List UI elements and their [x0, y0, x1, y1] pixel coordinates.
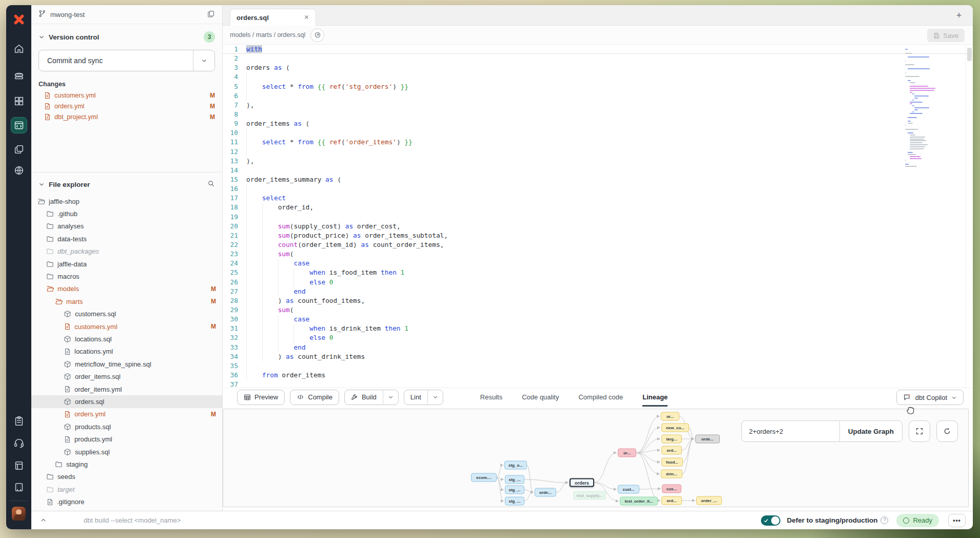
tree-item-orders.sql[interactable]: orders.sql [31, 395, 222, 408]
code-line-13[interactable]: 13), [223, 157, 973, 166]
org-icon[interactable] [6, 480, 31, 494]
lineage-filter-input[interactable]: 2+orders+2 [742, 421, 839, 441]
code-line-30[interactable]: 30 case [223, 315, 973, 324]
tree-item-customers.yml[interactable]: customers.ymlM [31, 320, 222, 333]
new-tab-button[interactable]: + [953, 10, 965, 21]
code-line-35[interactable]: 35 [223, 361, 973, 371]
tree-item-customers.sql[interactable]: customers.sql [31, 308, 222, 320]
more-options-button[interactable]: ••• [948, 514, 966, 527]
lineage-node-cuspink[interactable]: cus... [662, 485, 681, 493]
build-button[interactable]: Build [344, 390, 399, 405]
tree-item-models[interactable]: modelsM [31, 283, 222, 295]
code-line-37[interactable]: 37 [223, 380, 973, 388]
lineage-node-ordery3[interactable]: order_... [696, 496, 722, 505]
tree-item-seeds[interactable]: seeds [31, 471, 222, 483]
code-line-33[interactable]: 33 end [223, 343, 973, 352]
lineage-node-ecom[interactable]: ecom.... [471, 473, 497, 482]
changed-file-dbt_project.yml[interactable]: dbt_project.ymlM [31, 111, 222, 122]
code-line-15[interactable]: 15order_items_summary as ( [223, 175, 973, 184]
close-icon[interactable] [304, 14, 309, 22]
fullscreen-button[interactable] [909, 420, 930, 442]
docs-icon[interactable] [6, 458, 31, 473]
lineage-node-stg4[interactable]: stg_... [505, 497, 524, 506]
tree-item-orders.yml[interactable]: orders.ymlM [31, 408, 222, 420]
tree-item-order_items.yml[interactable]: order_items.yml [31, 383, 222, 395]
lineage-node-stg3[interactable]: stg_... [505, 486, 524, 494]
tree-item-data-tests[interactable]: data-tests [31, 233, 222, 245]
tree-item-jaffle-shop[interactable]: jaffle-shop [31, 195, 222, 207]
code-line-31[interactable]: 31 when is_drink_item then 1 [223, 324, 973, 333]
lineage-node-larg[interactable]: larg... [661, 435, 682, 444]
lineage-node-cust[interactable]: cust... [618, 485, 639, 494]
code-line-29[interactable]: 29 sum( [223, 305, 973, 315]
lineage-node-ordegray[interactable]: orde... [695, 435, 720, 444]
stack-icon[interactable] [6, 69, 31, 83]
changed-file-orders.yml[interactable]: orders.ymlM [31, 101, 222, 111]
command-input[interactable]: dbt build --select <model_name> [84, 516, 761, 524]
home-icon[interactable] [6, 42, 31, 56]
tree-item-.gitignore[interactable]: .gitignore [31, 495, 222, 508]
code-line-7[interactable]: 7), [223, 101, 973, 110]
tree-item-marts[interactable]: martsM [31, 295, 222, 308]
copy-branch-icon[interactable] [207, 10, 215, 20]
tab-compiled-code[interactable]: Compiled code [578, 388, 623, 407]
lineage-node-stg1[interactable]: stg_o... [504, 461, 527, 470]
code-line-18[interactable]: 18 order_id, [223, 203, 973, 212]
tree-item-macros[interactable]: macros [31, 270, 222, 282]
expand-console-button[interactable] [31, 517, 55, 524]
dbt-logo[interactable] [6, 12, 31, 27]
code-line-2[interactable]: 2 [223, 54, 973, 63]
tree-item-supplies.sql[interactable]: supplies.sql [31, 446, 222, 458]
tree-item-locations.yml[interactable]: locations.yml [31, 345, 222, 358]
compile-button[interactable]: Compile [290, 390, 339, 405]
clipboard-icon[interactable] [6, 414, 31, 428]
code-line-20[interactable]: 20 sum(supply_cost) as order_cost, [223, 222, 973, 231]
tab-results[interactable]: Results [480, 388, 502, 407]
file-explorer-header[interactable]: File explorer [31, 172, 222, 193]
lineage-node-newcu[interactable]: new_cu... [661, 424, 689, 432]
tree-item-locations.sql[interactable]: locations.sql [31, 333, 222, 345]
code-line-34[interactable]: 34 ) as count_drink_items [223, 352, 973, 361]
code-line-26[interactable]: 26 else 0 [223, 278, 973, 287]
lineage-node-ordeb[interactable]: orde... [535, 488, 556, 497]
changed-file-customers.yml[interactable]: customers.ymlM [31, 90, 222, 101]
code-line-19[interactable]: 19 [223, 213, 973, 222]
code-line-17[interactable]: 17 select [223, 194, 973, 203]
code-line-32[interactable]: 32 else 0 [223, 333, 973, 342]
tree-item-staging[interactable]: staging [31, 458, 222, 470]
code-line-16[interactable]: 16 [223, 184, 973, 194]
refresh-button[interactable] [936, 420, 958, 442]
headset-icon[interactable] [6, 436, 31, 450]
code-line-23[interactable]: 23 sum( [223, 249, 973, 259]
code-line-21[interactable]: 21 sum(product_price) as order_items_sub… [223, 231, 973, 240]
lineage-canvas[interactable]: 2+orders+2 Update Graph ecom....stg_o...… [223, 409, 969, 507]
lineage-node-orders[interactable]: orders [570, 478, 594, 487]
code-line-8[interactable]: 8 [223, 110, 973, 119]
tree-item-order_items.sql[interactable]: order_items.sql [31, 370, 222, 382]
tab-lineage[interactable]: Lineage [642, 388, 668, 407]
tab-orders-sql[interactable]: orders.sql [230, 9, 316, 26]
lineage-node-testorder[interactable]: test_order_it... [620, 497, 658, 506]
code-line-22[interactable]: 22 count(order_item_id) as count_order_i… [223, 240, 973, 249]
code-line-9[interactable]: 9order_items as ( [223, 119, 973, 128]
code-line-24[interactable]: 24 case [223, 259, 973, 268]
lineage-node-stg2[interactable]: stg_... [505, 475, 524, 484]
dbt-copilot-button[interactable]: dbt Copilot [896, 390, 964, 405]
code-line-11[interactable]: 11 select * from {{ ref('order_items') }… [223, 138, 973, 147]
tree-item-products.sql[interactable]: products.sql [31, 420, 222, 433]
lineage-node-drin[interactable]: drin... [661, 470, 682, 478]
tree-item-jaffle-data[interactable]: jaffle-data [31, 258, 222, 270]
preview-button[interactable]: Preview [237, 390, 285, 405]
version-control-header[interactable]: Version control 3 [31, 24, 222, 47]
branch-name[interactable]: mwong-test [50, 11, 85, 18]
lineage-node-orpink[interactable]: or... [618, 449, 636, 457]
minimap[interactable] [905, 49, 944, 168]
grid-icon[interactable] [6, 94, 31, 108]
code-line-10[interactable]: 10 [223, 128, 973, 138]
code-line-3[interactable]: 3orders as ( [223, 63, 973, 72]
scrollbar-thumb[interactable] [967, 48, 972, 61]
lint-button[interactable]: Lint [404, 390, 443, 405]
lint-dropdown[interactable] [427, 390, 443, 405]
lineage-node-ory[interactable]: or... [661, 412, 679, 421]
save-button[interactable]: Save [927, 29, 965, 42]
